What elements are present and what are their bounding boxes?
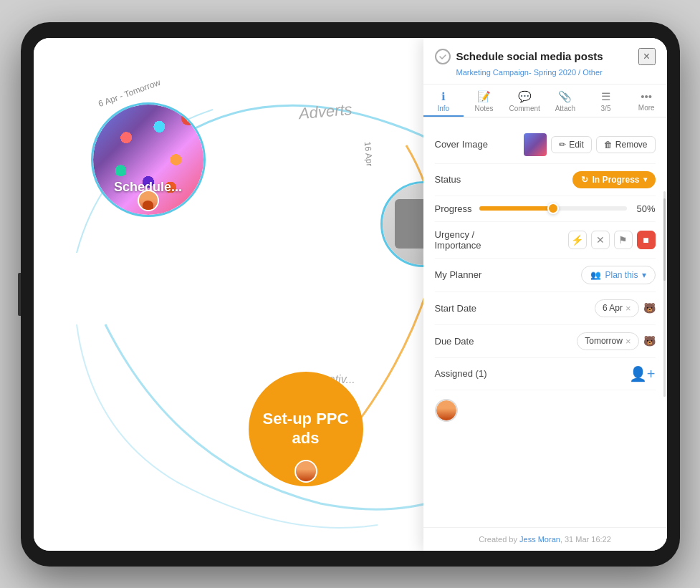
attach-icon: 📎 — [558, 90, 572, 103]
due-date-clear-icon[interactable]: × — [625, 336, 631, 347]
status-spinner-icon: ↻ — [581, 175, 588, 185]
assigned-section — [435, 390, 656, 426]
notes-icon: 📝 — [477, 90, 491, 103]
status-row: Status ↻ In Progress ▾ — [435, 164, 656, 196]
assigned-label: Assigned (1) — [435, 368, 487, 379]
tab-comment[interactable]: 💬 Comment — [504, 85, 545, 117]
panel-footer: Created by Jess Moran, 31 Mar 16:22 — [423, 527, 667, 551]
status-chevron-icon: ▾ — [643, 175, 647, 183]
start-date-chip[interactable]: 6 Apr × — [595, 299, 639, 317]
flag-icon — [181, 110, 196, 126]
progress-label: Progress — [435, 203, 472, 214]
schedule-bubble[interactable]: Schedule... — [91, 102, 206, 217]
more-icon: ••• — [641, 90, 652, 102]
due-date-text: Tomorrow — [585, 336, 623, 346]
remove-cover-button[interactable]: 🗑 Remove — [596, 136, 656, 153]
author-link[interactable]: Jess Moran — [519, 535, 560, 544]
status-value: ↻ In Progress ▾ — [572, 171, 655, 188]
cover-image-row: Cover Image ✏ Edit 🗑 Remove — [435, 126, 656, 164]
close-button[interactable]: × — [638, 48, 656, 65]
cover-image-label: Cover Image — [435, 139, 488, 150]
due-date-chip[interactable]: Tomorrow × — [577, 332, 638, 350]
panel-subtitle: Marketing Campaign- Spring 2020 / Other — [456, 68, 656, 77]
planner-chevron-icon: ▾ — [642, 270, 646, 280]
tab-info-label: Info — [437, 105, 449, 112]
my-planner-row: My Planner 👥 Plan this ▾ — [435, 259, 656, 292]
red-square-icon[interactable]: ■ — [637, 231, 656, 249]
apr-date-label: 16 Apr — [362, 141, 374, 167]
start-date-row: Start Date 6 Apr × 🐻 — [435, 292, 656, 325]
tab-notes-label: Notes — [474, 105, 493, 112]
tab-list[interactable]: ☰ 3/5 — [585, 85, 626, 117]
due-date-calendar-icon[interactable]: 🐻 — [643, 335, 656, 347]
created-by-prefix: Created by — [479, 535, 519, 544]
tab-info[interactable]: ℹ Info — [423, 85, 464, 117]
assigned-avatars — [435, 399, 656, 422]
flag-urgency-icon[interactable]: ⚑ — [614, 231, 633, 249]
urgency-icons: ⚡ ✕ ⚑ ■ — [568, 231, 656, 249]
tab-notes[interactable]: 📝 Notes — [464, 85, 504, 117]
panel-body: Cover Image ✏ Edit 🗑 Remove — [423, 117, 667, 527]
assigned-row: Assigned (1) 👤+ — [435, 358, 656, 390]
progress-row: Progress 50% — [435, 196, 656, 222]
my-planner-label: My Planner — [435, 269, 482, 280]
progress-percent: 50% — [634, 203, 656, 214]
start-date-calendar-icon[interactable]: 🐻 — [643, 302, 656, 314]
x-icon[interactable]: ✕ — [591, 231, 610, 249]
tab-more-label: More — [638, 104, 655, 112]
remove-label: Remove — [615, 140, 648, 150]
cover-image-preview — [524, 133, 547, 156]
start-date-clear-icon[interactable]: × — [625, 303, 631, 314]
panel-tabs: ℹ Info 📝 Notes 💬 Comment 📎 Attach ☰ — [423, 85, 667, 117]
panel-header: Schedule social media posts × Marketing … — [423, 38, 667, 85]
edit-cover-button[interactable]: ✏ Edit — [551, 136, 592, 153]
info-icon: ℹ — [441, 90, 446, 103]
edit-label: Edit — [569, 140, 584, 150]
tablet-frame: 6 Apr - Tomorrow Schedule... A — [21, 22, 680, 567]
lightning-icon[interactable]: ⚡ — [568, 231, 587, 249]
start-date-label: Start Date — [435, 303, 477, 314]
task-check[interactable] — [435, 49, 451, 64]
tab-attach[interactable]: 📎 Attach — [545, 85, 586, 117]
progress-thumb — [547, 203, 559, 214]
scroll-thumb — [663, 198, 666, 281]
cover-image-value: ✏ Edit 🗑 Remove — [524, 133, 655, 156]
status-badge[interactable]: ↻ In Progress ▾ — [572, 171, 655, 188]
comment-icon: 💬 — [518, 90, 532, 103]
urgency-row: Urgency /Importance ⚡ ✕ ⚑ ■ — [435, 222, 656, 259]
progress-fill — [479, 206, 553, 211]
trash-icon: 🗑 — [604, 140, 613, 150]
due-date-label: Due Date — [435, 336, 474, 347]
plan-this-label: Plan this — [605, 270, 638, 280]
progress-track[interactable] — [479, 206, 627, 211]
tab-list-label: 3/5 — [601, 105, 611, 112]
panel-title: Schedule social media posts — [456, 50, 603, 62]
my-planner-value: 👥 Plan this ▾ — [581, 266, 655, 284]
ppc-label: Set-up PPCads — [256, 410, 356, 448]
schedule-avatar — [138, 190, 159, 211]
check-icon — [438, 52, 447, 61]
due-date-row: Due Date Tomorrow × 🐻 — [435, 325, 656, 358]
list-icon: ☰ — [601, 90, 610, 103]
status-label: Status — [435, 174, 461, 185]
start-date-value: 6 Apr × 🐻 — [595, 299, 656, 317]
start-date-text: 6 Apr — [603, 303, 623, 313]
tab-attach-label: Attach — [555, 105, 575, 112]
detail-panel: Schedule social media posts × Marketing … — [423, 38, 667, 551]
status-text: In Progress — [592, 175, 639, 185]
add-user-icon[interactable]: 👤+ — [629, 365, 656, 382]
urgency-label: Urgency /Importance — [435, 229, 481, 251]
plan-this-button[interactable]: 👥 Plan this ▾ — [581, 266, 655, 284]
side-button — [18, 273, 21, 316]
ppc-bubble[interactable]: Set-up PPCads — [249, 372, 363, 486]
user-avatar-img — [436, 400, 456, 420]
created-date: , 31 Mar 16:22 — [560, 535, 611, 544]
tab-comment-label: Comment — [509, 105, 540, 112]
scroll-indicator — [663, 191, 666, 396]
tablet-screen: 6 Apr - Tomorrow Schedule... A — [34, 38, 667, 551]
ppc-avatar — [294, 460, 317, 483]
planner-people-icon: 👥 — [590, 270, 601, 280]
edit-icon: ✏ — [559, 140, 566, 150]
tab-more[interactable]: ••• More — [626, 85, 667, 117]
due-date-value: Tomorrow × 🐻 — [577, 332, 655, 350]
